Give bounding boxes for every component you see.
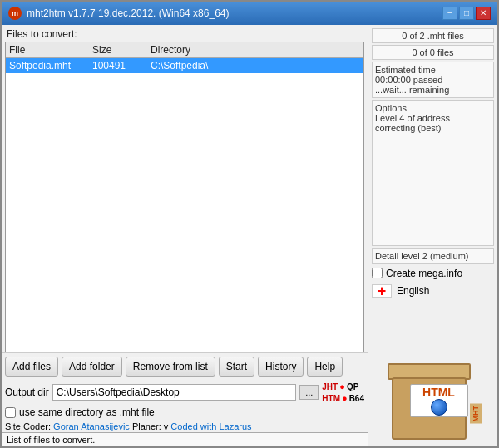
detail-level-label: Detail level 2 (medium) — [375, 251, 491, 261]
app-icon: m — [8, 7, 22, 20]
col-header-directory: Directory — [151, 44, 360, 56]
language-label: English — [397, 285, 429, 297]
add-files-button[interactable]: Add files — [5, 357, 58, 377]
remove-from-list-button[interactable]: Remove from list — [126, 357, 215, 377]
b64-label: B64 — [349, 394, 364, 403]
coder-prefix: Coder: — [23, 421, 53, 431]
box-label: HTML — [410, 384, 468, 417]
file-size-cell: 100491 — [92, 60, 151, 71]
estimated-time-section: Estimated time 00:00:00 passed ...wait..… — [372, 62, 494, 98]
options-label: Options — [375, 103, 491, 113]
col-header-size: Size — [92, 44, 151, 56]
total-mht-files-count: 0 of 2 .mht files — [372, 28, 494, 43]
options-section: Options Level 4 of address correcting (b… — [372, 100, 494, 246]
box-side-text: MHT — [470, 404, 482, 424]
window-title: mht2htm v1.7.7 19.dec.2012. (Win64 x86_6… — [27, 7, 229, 19]
html-box-illustration: HTML MHT — [383, 348, 483, 440]
site-prefix: Site — [5, 421, 21, 431]
create-mega-checkbox[interactable] — [372, 268, 383, 278]
buttons-row: Add files Add folder Remove from list St… — [2, 352, 368, 380]
minimize-button[interactable]: − — [442, 7, 457, 20]
title-bar: m mht2htm v1.7.7 19.dec.2012. (Win64 x86… — [2, 2, 497, 25]
same-dir-row: use same directory as .mht file — [2, 405, 368, 420]
qp-dot: ● — [339, 382, 345, 391]
maximize-button[interactable]: □ — [459, 7, 474, 20]
close-button[interactable]: ✕ — [476, 7, 491, 20]
col-header-file: File — [9, 44, 92, 56]
qp-label: QP — [347, 382, 358, 391]
options-value: Level 4 of address correcting (best) — [375, 113, 491, 133]
file-dir-cell: C:\Softpedia\ — [151, 60, 360, 71]
output-dir-label: Output dir — [5, 386, 49, 398]
language-row: English — [372, 283, 494, 299]
left-panel: Files to convert: File Size Directory So… — [2, 25, 368, 446]
table-row[interactable]: Softpedia.mht 100491 C:\Softpedia\ — [6, 58, 363, 73]
title-controls: − □ ✕ — [442, 7, 491, 20]
jht-icon: JHT — [322, 382, 338, 391]
file-list-container: File Size Directory Softpedia.mht 100491… — [5, 42, 364, 352]
b64-icon-button[interactable]: HTM ● B64 — [322, 393, 364, 403]
box-html-text: HTML — [422, 386, 455, 399]
files-to-convert-label: Files to convert: — [2, 25, 368, 42]
browse-button[interactable]: ... — [299, 385, 319, 400]
detail-level-section: Detail level 2 (medium) — [372, 248, 494, 264]
same-dir-label: use same directory as .mht file — [19, 406, 155, 418]
title-bar-left: m mht2htm v1.7.7 19.dec.2012. (Win64 x86… — [8, 7, 229, 20]
box-globe-icon — [431, 399, 447, 416]
output-dir-input[interactable] — [52, 384, 296, 401]
create-mega-label: Create mega.info — [386, 268, 462, 279]
planer-prefix: Planer: v — [132, 421, 170, 431]
status-text: List of files to convert. — [7, 435, 95, 445]
flag-icon — [372, 284, 392, 298]
file-list-header: File Size Directory — [6, 42, 363, 58]
time-remaining: ...wait... remaining — [375, 85, 491, 95]
status-bar: List of files to convert. — [2, 432, 368, 446]
add-folder-button[interactable]: Add folder — [62, 357, 122, 377]
output-dir-row: Output dir ... JHT ● QP HTM ● B64 — [2, 380, 368, 405]
history-button[interactable]: History — [258, 357, 304, 377]
coder-link[interactable]: Goran Atanasijevic — [53, 421, 130, 431]
b64-dot: ● — [342, 393, 348, 403]
start-button[interactable]: Start — [219, 357, 254, 377]
file-list-body[interactable]: Softpedia.mht 100491 C:\Softpedia\ — [6, 58, 363, 349]
time-passed: 00:00:00 passed — [375, 75, 491, 85]
main-content: Files to convert: File Size Directory So… — [2, 25, 497, 446]
create-mega-row: Create mega.info — [372, 266, 494, 281]
main-window: m mht2htm v1.7.7 19.dec.2012. (Win64 x86… — [0, 0, 499, 448]
coded-with-link[interactable]: Coded with Lazarus — [170, 421, 251, 431]
right-panel: 0 of 2 .mht files 0 of 0 files Estimated… — [368, 25, 497, 446]
icon-area: JHT ● QP HTM ● B64 — [322, 382, 364, 403]
help-button[interactable]: Help — [307, 357, 343, 377]
estimated-time-label: Estimated time — [375, 65, 491, 75]
file-name-cell: Softpedia.mht — [9, 60, 92, 71]
htm-icon: HTM — [322, 394, 340, 403]
html-box-container: HTML MHT — [372, 301, 494, 444]
footer-links: Site Coder: Goran Atanasijevic Planer: v… — [2, 420, 368, 432]
converted-files-count: 0 of 0 files — [372, 45, 494, 60]
qp-icon-button[interactable]: JHT ● QP — [322, 382, 364, 391]
same-dir-checkbox[interactable] — [5, 407, 16, 418]
box-body: HTML — [392, 377, 467, 440]
